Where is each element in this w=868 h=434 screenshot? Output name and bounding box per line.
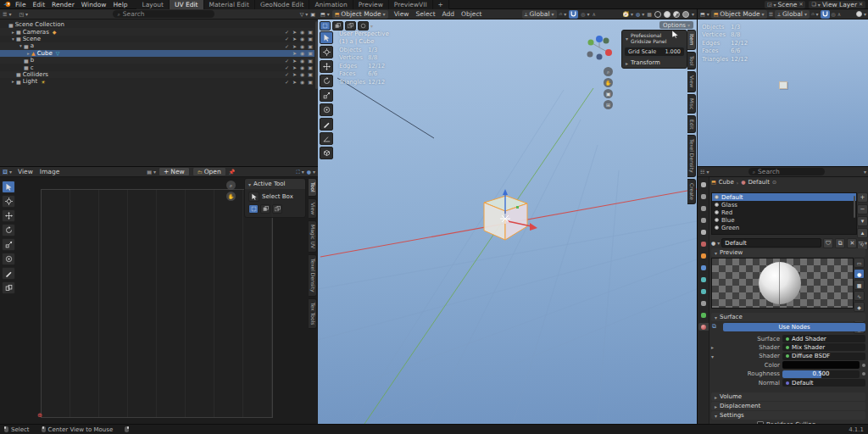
- check-toggle-icon[interactable]: ✓: [285, 36, 289, 42]
- properties-tab-physics[interactable]: [698, 287, 709, 295]
- proportional-edit-button[interactable]: ◎▾: [581, 11, 589, 17]
- move-slot-up-button[interactable]: ▴: [857, 228, 868, 238]
- properties-tab-modifiers[interactable]: [698, 264, 709, 271]
- scale-tool-button[interactable]: [2, 238, 15, 251]
- mode-dropdown[interactable]: ⬒ Object Mode ▾: [332, 10, 388, 19]
- animate-dot-icon[interactable]: [862, 364, 865, 367]
- eye-toggle-icon[interactable]: ◉: [300, 36, 304, 42]
- cursor-toggle-icon[interactable]: ➤: [292, 58, 297, 64]
- new-image-button[interactable]: +New: [159, 167, 190, 176]
- menu-help[interactable]: Help: [109, 1, 131, 8]
- camera-toggle-icon[interactable]: ▣: [308, 36, 313, 42]
- viewport-sidebar-tab-item[interactable]: Item: [687, 30, 696, 50]
- blender-logo-icon[interactable]: [3, 1, 11, 8]
- viewport-pan-button[interactable]: ✋: [604, 78, 613, 87]
- fake-user-button[interactable]: 🛡: [823, 238, 833, 248]
- camera-toggle-icon[interactable]: ▣: [308, 29, 313, 35]
- normal-field[interactable]: Default: [782, 379, 865, 387]
- tool-settings-icon-2[interactable]: [332, 21, 343, 31]
- workspace-tab-previewvii[interactable]: PreviewVII: [389, 0, 433, 9]
- cursor-toggle-icon[interactable]: ➤: [292, 79, 297, 85]
- xray-toggle[interactable]: ▩: [647, 12, 652, 17]
- active-tool-panel-header[interactable]: ▾ Active Tool: [245, 179, 305, 189]
- outliner-row-b[interactable]: ▦b✓➤◉▣: [0, 57, 314, 64]
- disclosure-right-icon[interactable]: ▸: [711, 344, 716, 350]
- mode-dropdown[interactable]: ⬒ Object Mode ▾: [711, 10, 767, 19]
- select-box-tool-button[interactable]: [320, 31, 333, 44]
- shading-wireframe-button[interactable]: [654, 11, 661, 18]
- slot-scrollbar[interactable]: [854, 196, 855, 218]
- menu-file[interactable]: File: [12, 1, 30, 8]
- disclosure-down-icon[interactable]: ▾: [10, 36, 16, 42]
- unlink-icon[interactable]: ✕: [798, 2, 803, 7]
- workspace-tab-uv-edit[interactable]: UV Edit: [170, 0, 204, 9]
- viewport-zoom-button[interactable]: ⌕: [604, 67, 613, 76]
- displacement-panel-header[interactable]: ▸ Displacement: [711, 402, 865, 410]
- check-toggle-icon[interactable]: ✓: [285, 79, 289, 85]
- properties-tab-material[interactable]: [698, 323, 709, 331]
- filter-button[interactable]: ▽▾: [300, 11, 309, 17]
- check-toggle-icon[interactable]: ✓: [285, 64, 289, 70]
- shading-solid-button[interactable]: [664, 11, 670, 18]
- move-tool-button[interactable]: [320, 60, 333, 73]
- check-toggle-icon[interactable]: ✓: [285, 29, 289, 35]
- menu-render[interactable]: Render: [48, 1, 78, 8]
- gizmo-dropdown[interactable]: 🧭▾: [623, 11, 634, 17]
- cursor-toggle-icon[interactable]: ➤: [292, 71, 297, 77]
- measure-tool-button[interactable]: [320, 132, 333, 145]
- use-nodes-button[interactable]: Use Nodes: [723, 323, 865, 331]
- viewport-menu-view[interactable]: View: [391, 10, 413, 18]
- outliner-row-colliders[interactable]: ▦Colliders✓➤◉▣: [0, 71, 314, 78]
- add-slot-button[interactable]: +: [857, 192, 868, 203]
- outliner-row-scene-collection[interactable]: ▦Scene Collection: [0, 21, 314, 28]
- preview-type-flat-button[interactable]: ▭: [854, 258, 865, 268]
- editor-type-button[interactable]: ⬒▾: [700, 11, 709, 17]
- uv-sidebar-tab-tex-tools[interactable]: Tex Tools: [309, 298, 317, 329]
- viewport-menu-object[interactable]: Object: [458, 10, 485, 18]
- workspace-tab-preview[interactable]: Preview: [353, 0, 389, 9]
- properties-search-input[interactable]: ⌕ Search: [748, 168, 825, 175]
- transform-tool-button[interactable]: [2, 253, 15, 265]
- menus-collapsed-icon[interactable]: ☰: [769, 12, 773, 17]
- viewport-menu-add[interactable]: Add: [439, 10, 459, 18]
- overlays-dropdown[interactable]: ◍▾: [636, 11, 644, 17]
- mini-cube[interactable]: [779, 81, 787, 89]
- annotate-tool-button[interactable]: [2, 267, 15, 280]
- options-button[interactable]: Options ▾: [659, 21, 693, 29]
- remove-icon[interactable]: ✕: [859, 2, 863, 7]
- properties-tab-render[interactable]: [698, 192, 709, 200]
- properties-tab-object-data[interactable]: [698, 311, 709, 319]
- rip-tool-button[interactable]: [2, 281, 15, 294]
- material-slot-red[interactable]: Red: [712, 209, 856, 216]
- camera-toggle-icon[interactable]: ▣: [308, 50, 313, 56]
- material-slot-green[interactable]: Green: [712, 224, 856, 231]
- tool-settings-icon-3[interactable]: [345, 21, 356, 31]
- uv-canvas[interactable]: [41, 189, 273, 418]
- browse-material-button[interactable]: ●▾: [711, 240, 720, 246]
- properties-tab-constraints[interactable]: [698, 299, 709, 307]
- eye-toggle-icon[interactable]: ◉: [300, 50, 304, 56]
- cursor-toggle-icon[interactable]: ➤: [292, 43, 297, 49]
- workspace-tab--[interactable]: +: [433, 0, 449, 9]
- menu-edit[interactable]: Edit: [30, 1, 49, 8]
- properties-tab-tool[interactable]: [698, 181, 709, 188]
- uv-2d-cursor-icon[interactable]: ⊕: [37, 413, 42, 419]
- scene-selector[interactable]: ◲ ▾ Scene ✕: [765, 1, 806, 8]
- outliner-search-input[interactable]: ⌕ Search: [113, 10, 214, 18]
- viewport-sidebar-tab-edit[interactable]: Edit: [687, 115, 696, 134]
- image-settings-button[interactable]: ●▾: [307, 169, 315, 175]
- properties-tab-output[interactable]: [698, 204, 709, 212]
- color-field[interactable]: [782, 361, 860, 369]
- uv-menu-view[interactable]: View: [14, 168, 36, 175]
- properties-tab-world[interactable]: [698, 240, 709, 248]
- material-slot-glass[interactable]: Glass: [712, 201, 856, 209]
- uv-menu-image[interactable]: Image: [36, 168, 64, 175]
- disclosure-down-icon[interactable]: ▾: [711, 353, 716, 359]
- snap-toggle-button[interactable]: [569, 10, 578, 19]
- transform-panel-header[interactable]: ▸ Transform: [622, 58, 687, 68]
- preview-type-cloth-button[interactable]: ◆: [854, 302, 865, 312]
- editor-type-button[interactable]: ⬒▾: [320, 11, 330, 17]
- remove-slot-button[interactable]: −: [857, 204, 868, 214]
- proportional-falloff-icon[interactable]: ∧: [837, 12, 841, 17]
- snap-toggle-button[interactable]: [821, 10, 830, 19]
